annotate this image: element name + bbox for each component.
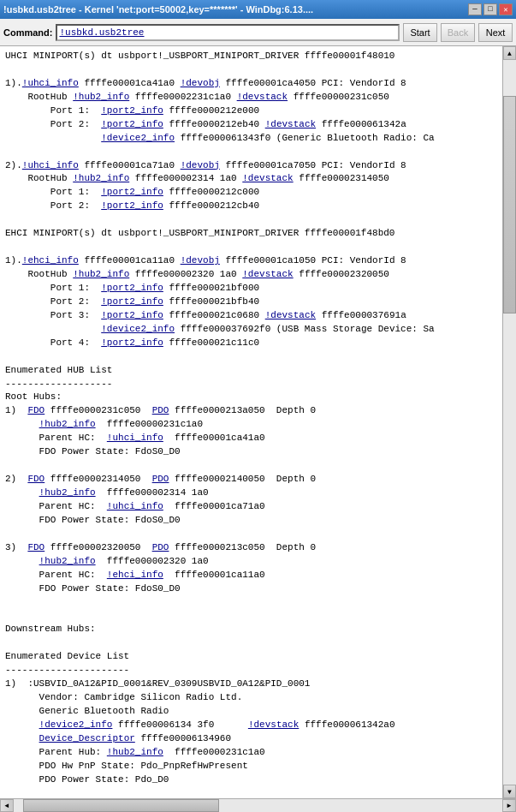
content-line: [5, 610, 11, 620]
content-line: Port 4: !port2_info ffffe000021c11c0: [5, 337, 259, 348]
device2-info-link-3[interactable]: !device2_info: [39, 719, 113, 730]
content-line: [5, 242, 11, 252]
content-line: EHCI MINIPORT(s) dt usbport!_USBPORT_MIN…: [5, 228, 394, 238]
content-line: UHCI MINIPORT(s) dt usbport!_USBPORT_MIN…: [5, 51, 394, 61]
horizontal-scrollbar[interactable]: ◄ ►: [0, 798, 516, 812]
fdo-link-2[interactable]: FDO: [27, 474, 44, 484]
content-line: Enumerated HUB List: [5, 365, 112, 375]
scroll-thumb[interactable]: [503, 96, 516, 313]
content-line: 3) FDO ffffe00002320050 PDO ffffe0000213…: [5, 542, 316, 552]
content-line: [5, 460, 11, 470]
scroll-up-button[interactable]: ▲: [503, 46, 516, 60]
port2-info-link-7[interactable]: !port2_info: [101, 310, 163, 320]
devobj-link-3[interactable]: !devobj: [181, 255, 220, 266]
hub2-info-link-1[interactable]: !hub2_info: [73, 92, 129, 102]
device2-info-link-2[interactable]: !device2_info: [101, 324, 175, 334]
content-line: FDO Power State: FdoS0_D0: [5, 583, 181, 594]
port2-info-link-4[interactable]: !port2_info: [101, 200, 163, 211]
scroll-right-button[interactable]: ►: [502, 799, 516, 812]
uhci-info-link-1[interactable]: !uhci_info: [22, 78, 79, 88]
hub2-info-sub-2[interactable]: !hub2_info: [39, 487, 96, 498]
content-line: Parent HC: !uhci_info ffffe00001ca41a0: [5, 433, 265, 443]
device-descriptor-link-1[interactable]: Device_Descriptor: [39, 733, 135, 743]
content-line: 1).!ehci_info ffffe00001ca11a0 !devobj f…: [5, 255, 406, 266]
next-button[interactable]: Next: [478, 23, 513, 42]
uhci-info-link-2[interactable]: !uhci_info: [22, 160, 79, 170]
content-line: Parent Hub: !hub2_info ffffe0000231c1a0: [5, 747, 265, 757]
hub2-info-link-3[interactable]: !hub2_info: [73, 269, 129, 279]
port2-info-link-5[interactable]: !port2_info: [101, 283, 163, 293]
devstack-link-5[interactable]: !devstack: [265, 310, 316, 320]
hub2-info-link-2[interactable]: !hub2_info: [73, 173, 129, 183]
device2-info-link-1[interactable]: !device2_info: [101, 133, 175, 143]
content-line: 1) FDO ffffe0000231c050 PDO ffffe0000213…: [5, 405, 316, 415]
content-line: Vendor: Cambridge Silicon Radio Ltd.: [5, 692, 242, 702]
uhci-info-sub-2[interactable]: !uhci_info: [107, 501, 163, 511]
content-line: 2).!uhci_info ffffe00001ca71a0 !devobj f…: [5, 160, 406, 170]
content-line: !hub2_info ffffe000002314 1a0: [5, 487, 209, 498]
content-line: !hub2_info ffffe00000231c1a0: [5, 419, 203, 429]
fdo-link-1[interactable]: FDO: [27, 405, 44, 415]
vertical-scrollbar[interactable]: ▲ ▼: [502, 46, 516, 798]
scroll-track[interactable]: [503, 60, 516, 785]
port2-info-link-1[interactable]: !port2_info: [101, 105, 163, 116]
content-line: [5, 351, 11, 361]
content-line: RootHub !hub2_info ffffe000002320 1a0 !d…: [5, 269, 389, 279]
devobj-link-2[interactable]: !devobj: [181, 160, 220, 170]
pdo-link-1[interactable]: PDO: [152, 405, 169, 415]
hub2-info-sub-3[interactable]: !hub2_info: [39, 556, 96, 566]
maximize-button[interactable]: □: [483, 3, 497, 15]
content-area[interactable]: UHCI MINIPORT(s) dt usbport!_USBPORT_MIN…: [0, 46, 502, 798]
fdo-link-3[interactable]: FDO: [27, 542, 44, 552]
content-line: [5, 597, 11, 607]
minimize-button[interactable]: ─: [468, 3, 482, 15]
scroll-thumb-h[interactable]: [23, 799, 218, 812]
content-line: -------------------: [5, 379, 112, 389]
content-line: FDO Power State: FdoS0_D0: [5, 446, 181, 457]
content-line: PDO Hw PnP State: Pdo_PnpRefHwPresent: [5, 761, 248, 771]
devstack-link-3[interactable]: !devstack: [242, 173, 293, 183]
devstack-link-6[interactable]: !devstack: [248, 719, 299, 730]
content-line: Parent HC: !ehci_info ffffe00001ca11a0: [5, 570, 265, 580]
content-line: Device_Descriptor ffffe00006134960: [5, 733, 231, 743]
content-line: !device2_info ffffe000061343f0 (Generic …: [5, 133, 435, 143]
pdo-link-3[interactable]: PDO: [152, 542, 169, 552]
port2-info-link-2[interactable]: !port2_info: [101, 119, 163, 129]
title-text: !usbkd.usb2tree - Kernel 'net:port=50002…: [3, 4, 313, 15]
port2-info-link-6[interactable]: !port2_info: [101, 296, 163, 307]
start-button[interactable]: Start: [403, 23, 437, 42]
port2-info-link-3[interactable]: !port2_info: [101, 187, 163, 197]
port2-info-link-8[interactable]: !port2_info: [101, 337, 163, 348]
devobj-link-1[interactable]: !devobj: [181, 78, 220, 88]
content-line: 1).!uhci_info ffffe00001ca41a0 !devobj f…: [5, 78, 406, 88]
close-button[interactable]: ✕: [499, 3, 513, 15]
content-line: PDO Power State: Pdo_D0: [5, 774, 169, 785]
content-line: Port 2: !port2_info ffffe0000212eb40 !de…: [5, 119, 406, 129]
content-line: Downstream Hubs:: [5, 624, 96, 634]
content-line: 2) FDO ffffe00002314050 PDO ffffe0000214…: [5, 474, 316, 484]
content-line: [5, 788, 11, 798]
toolbar: Command: Start Back Next: [0, 19, 516, 46]
content-line: RootHub !hub2_info ffffe00002231c1a0 !de…: [5, 92, 389, 102]
pdo-link-2[interactable]: PDO: [152, 474, 169, 484]
hub2-info-sub-1[interactable]: !hub2_info: [39, 419, 96, 429]
uhci-info-sub-1[interactable]: !uhci_info: [107, 433, 163, 443]
scroll-down-button[interactable]: ▼: [503, 785, 516, 798]
content-line: [5, 64, 11, 75]
devstack-link-4[interactable]: !devstack: [242, 269, 293, 279]
ehci-info-sub-1[interactable]: !ehci_info: [107, 570, 163, 580]
scroll-left-button[interactable]: ◄: [0, 799, 14, 812]
command-input[interactable]: [56, 24, 400, 41]
hub2-info-parent-1[interactable]: !hub2_info: [107, 747, 163, 757]
scroll-track-h[interactable]: [14, 799, 502, 812]
devstack-link-1[interactable]: !devstack: [237, 92, 288, 102]
devstack-link-2[interactable]: !devstack: [265, 119, 316, 129]
content-line: Generic Bluetooth Radio: [5, 706, 169, 716]
command-label: Command:: [3, 27, 52, 38]
content-line: !device2_info ffffe00006134 3f0 !devstac…: [5, 719, 395, 730]
content-line: !device2_info ffffe000037692f0 (USB Mass…: [5, 324, 435, 334]
ehci-info-link-1[interactable]: !ehci_info: [22, 255, 79, 266]
content-line: ----------------------: [5, 665, 129, 675]
back-button[interactable]: Back: [441, 23, 475, 42]
title-bar: !usbkd.usb2tree - Kernel 'net:port=50002…: [0, 0, 516, 19]
